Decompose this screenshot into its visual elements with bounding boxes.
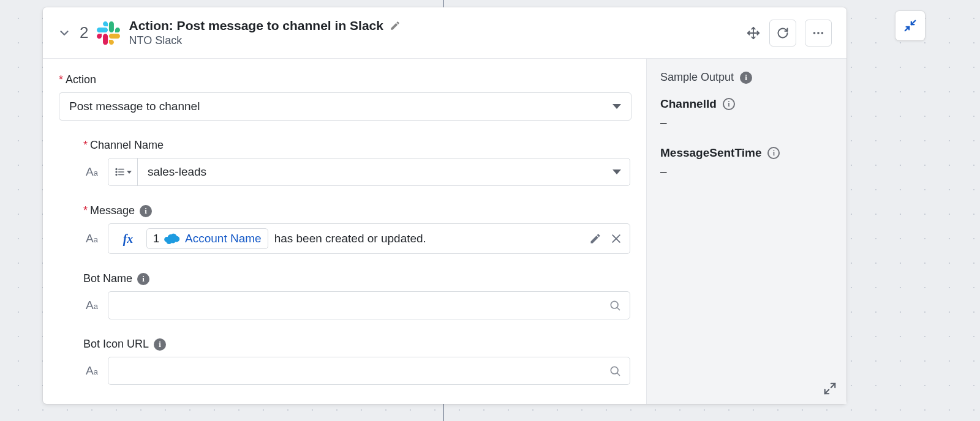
message-label: *Message i	[83, 204, 630, 217]
chevron-down-icon[interactable]	[58, 26, 71, 40]
datapill-label: Account Name	[185, 232, 262, 245]
action-select-value: Post message to channel	[69, 100, 200, 113]
list-icon	[115, 166, 126, 177]
more-horizontal-icon	[812, 26, 825, 40]
message-text: has been created or updated.	[274, 232, 426, 245]
svg-point-3	[817, 32, 820, 34]
output-channelid-label: ChannelId i	[660, 97, 833, 111]
sample-output-title: Sample Output i	[660, 71, 833, 84]
info-icon[interactable]: i	[137, 273, 149, 285]
text-type-icon: Aa	[83, 364, 100, 378]
text-type-icon: Aa	[83, 165, 100, 179]
expand-icon[interactable]	[823, 382, 837, 395]
more-actions-button[interactable]	[805, 20, 832, 47]
refresh-icon	[777, 27, 789, 39]
edit-message-icon[interactable]	[589, 233, 601, 245]
panel-subtitle: NTO Slack	[129, 34, 400, 47]
svg-point-5	[116, 169, 117, 170]
action-label: *Action	[59, 73, 630, 86]
info-icon[interactable]: i	[154, 338, 166, 351]
svg-point-7	[116, 171, 117, 173]
message-input[interactable]: fx 1 Account Name has been created or up…	[108, 223, 630, 254]
channel-label: *Channel Name	[83, 139, 630, 152]
list-mode-toggle[interactable]	[108, 158, 138, 185]
action-select[interactable]: Post message to channel	[59, 92, 631, 121]
info-icon[interactable]: i	[767, 147, 780, 159]
dropdown-icon	[612, 170, 621, 174]
svg-line-14	[617, 308, 620, 310]
boticon-input[interactable]	[108, 357, 630, 385]
channel-select[interactable]: sales-leads	[108, 158, 630, 186]
svg-line-16	[617, 373, 620, 376]
channel-value: sales-leads	[138, 165, 612, 179]
dropdown-icon	[612, 104, 621, 109]
salesforce-icon	[164, 233, 180, 244]
slack-icon	[97, 21, 120, 45]
datapill-step: 1	[153, 233, 159, 245]
edit-title-icon[interactable]	[390, 20, 401, 31]
text-type-icon: Aa	[83, 299, 100, 312]
info-icon[interactable]: i	[723, 98, 735, 110]
move-icon	[747, 26, 760, 40]
refresh-button[interactable]	[769, 20, 796, 47]
panel-header: 2 Action: Post message to channel in Sla…	[43, 7, 846, 59]
compress-icon	[903, 19, 917, 32]
datapill-account-name[interactable]: 1 Account Name	[146, 228, 268, 249]
clear-message-icon[interactable]	[610, 233, 622, 245]
info-icon[interactable]: i	[140, 205, 152, 217]
sample-output-panel: Sample Output i ChannelId i – MessageSen…	[646, 59, 846, 404]
text-type-icon: Aa	[83, 232, 100, 245]
formula-button[interactable]: fx	[116, 226, 140, 251]
output-messagesenttime-label: MessageSentTime i	[660, 146, 833, 160]
botname-input[interactable]	[108, 291, 630, 319]
output-messagesenttime-value: –	[660, 165, 833, 178]
move-button[interactable]	[746, 26, 761, 40]
search-icon	[609, 365, 621, 377]
panel-title: Action: Post message to channel in Slack	[129, 18, 383, 33]
svg-point-9	[116, 174, 117, 176]
collapse-panel-button[interactable]	[895, 11, 925, 40]
botname-label: Bot Name i	[83, 272, 630, 285]
info-icon[interactable]: i	[740, 72, 752, 84]
search-icon	[609, 299, 621, 311]
output-channelid-value: –	[660, 116, 833, 129]
step-number: 2	[80, 23, 88, 42]
boticon-label: Bot Icon URL i	[83, 338, 630, 351]
svg-point-4	[821, 32, 824, 34]
action-panel: 2 Action: Post message to channel in Sla…	[43, 7, 846, 404]
form-area: *Action Post message to channel *Channel…	[43, 59, 646, 404]
svg-point-2	[813, 32, 816, 34]
